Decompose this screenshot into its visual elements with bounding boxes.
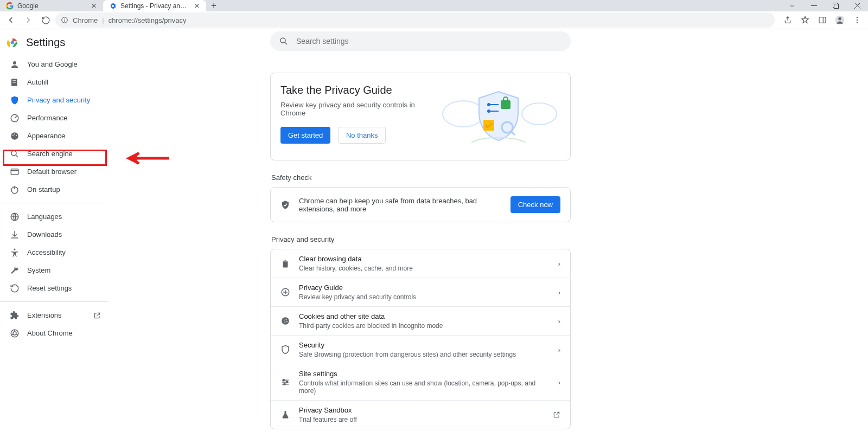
minimize-window-button[interactable] xyxy=(803,0,825,11)
sidebar-item-languages[interactable]: Languages xyxy=(0,208,108,226)
sidebar-item-default-browser[interactable]: Default browser xyxy=(0,163,108,181)
accessibility-icon xyxy=(10,248,20,257)
chevron-right-icon: › xyxy=(558,378,560,387)
browser-tab-google[interactable]: Google ✕ xyxy=(0,0,103,11)
settings-sidebar: You and Google Autofill Privacy and secu… xyxy=(0,55,108,342)
sidebar-label: Appearance xyxy=(27,132,65,140)
settings-search-input[interactable] xyxy=(296,37,562,46)
promo-subtitle: Review key privacy and security controls… xyxy=(280,101,428,117)
chrome-menu-button[interactable] xyxy=(850,12,865,28)
row-title: Privacy Guide xyxy=(299,284,550,292)
svg-point-11 xyxy=(857,20,858,21)
svg-point-24 xyxy=(14,133,15,134)
speedometer-icon xyxy=(10,113,20,123)
divider xyxy=(0,203,108,203)
cookie-icon xyxy=(280,316,290,326)
download-icon xyxy=(10,230,20,240)
sidebar-label: Performance xyxy=(27,114,67,122)
svg-point-46 xyxy=(284,321,285,323)
row-privacy-guide[interactable]: Privacy GuideReview key privacy and secu… xyxy=(271,278,570,306)
sidebar-item-accessibility[interactable]: Accessibility xyxy=(0,243,108,261)
google-favicon-icon xyxy=(5,2,14,10)
palette-icon xyxy=(10,131,20,141)
open-external-icon xyxy=(93,312,101,319)
tab-search-button[interactable] xyxy=(781,0,803,11)
row-cookies[interactable]: Cookies and other site dataThird-party c… xyxy=(271,306,570,335)
svg-point-30 xyxy=(14,248,16,250)
shield-icon xyxy=(10,95,20,105)
chrome-outline-icon xyxy=(10,328,20,338)
sidebar-label: Reset settings xyxy=(27,284,72,292)
sidebar-item-autofill[interactable]: Autofill xyxy=(0,73,108,91)
svg-point-16 xyxy=(11,41,14,44)
safety-check-section-title: Safety check xyxy=(271,173,571,182)
person-icon xyxy=(10,60,20,69)
sidebar-item-about-chrome[interactable]: About Chrome xyxy=(0,324,108,342)
get-started-button[interactable]: Get started xyxy=(280,127,330,144)
address-bar[interactable]: Chrome | chrome://settings/privacy xyxy=(55,12,775,28)
svg-point-5 xyxy=(64,18,65,19)
svg-point-48 xyxy=(283,379,285,381)
svg-point-17 xyxy=(13,61,16,65)
svg-rect-40 xyxy=(483,120,494,131)
privacy-section-title: Privacy and security xyxy=(271,235,571,243)
wrench-icon xyxy=(10,266,20,275)
site-chip: Chrome xyxy=(73,16,98,24)
sidebar-item-downloads[interactable]: Downloads xyxy=(0,226,108,243)
svg-point-43 xyxy=(282,317,289,325)
sidebar-label: Privacy and security xyxy=(27,96,90,104)
address-url: chrome://settings/privacy xyxy=(108,16,187,24)
back-button[interactable] xyxy=(3,12,18,28)
share-button[interactable] xyxy=(780,12,795,28)
sidebar-item-performance[interactable]: Performance xyxy=(0,109,108,127)
new-tab-button[interactable]: ＋ xyxy=(206,0,221,11)
row-clear-browsing-data[interactable]: Clear browsing dataClear history, cookie… xyxy=(271,249,570,278)
row-privacy-sandbox[interactable]: Privacy SandboxTrial features are off xyxy=(271,400,570,429)
sidebar-item-reset-settings[interactable]: Reset settings xyxy=(0,279,108,297)
safety-check-text: Chrome can help keep you safe from data … xyxy=(299,197,502,213)
row-subtitle: Safe Browsing (protection from dangerous… xyxy=(299,351,550,358)
svg-point-49 xyxy=(286,382,288,383)
check-now-button[interactable]: Check now xyxy=(510,196,560,213)
close-tab-icon[interactable]: ✕ xyxy=(90,2,98,10)
row-security[interactable]: SecuritySafe Browsing (protection from d… xyxy=(271,335,570,364)
row-title: Site settings xyxy=(299,370,550,378)
extensions-icon xyxy=(10,311,20,320)
sidebar-item-on-startup[interactable]: On startup xyxy=(0,181,108,198)
sliders-icon xyxy=(280,377,290,387)
sidebar-item-privacy-security[interactable]: Privacy and security xyxy=(0,91,108,109)
sidebar-item-search-engine[interactable]: Search engine xyxy=(0,145,108,163)
sidebar-label: Default browser xyxy=(27,168,76,176)
settings-search[interactable] xyxy=(270,31,571,51)
sidebar-item-you-and-google[interactable]: You and Google xyxy=(0,55,108,73)
no-thanks-button[interactable]: No thanks xyxy=(338,127,386,144)
sidebar-item-system[interactable]: System xyxy=(0,261,108,279)
svg-point-26 xyxy=(11,151,16,156)
row-subtitle: Controls what information sites can use … xyxy=(299,379,550,395)
sidebar-label: Search engine xyxy=(27,150,73,158)
svg-point-47 xyxy=(286,321,288,323)
close-tab-icon[interactable]: ✕ xyxy=(193,2,201,10)
svg-point-35 xyxy=(522,103,557,125)
row-site-settings[interactable]: Site settingsControls what information s… xyxy=(271,364,570,400)
chevron-right-icon: › xyxy=(558,317,560,325)
reload-button[interactable] xyxy=(38,12,53,28)
row-title: Clear browsing data xyxy=(299,255,550,263)
close-window-button[interactable] xyxy=(846,0,868,11)
forward-button[interactable] xyxy=(21,12,36,28)
tab-title: Settings - Privacy and security xyxy=(120,2,189,10)
sidebar-label: You and Google xyxy=(27,60,78,68)
side-panel-button[interactable] xyxy=(815,12,830,28)
site-info-icon[interactable] xyxy=(61,16,68,24)
maximize-window-button[interactable] xyxy=(825,0,846,11)
bookmark-button[interactable] xyxy=(797,12,813,28)
reset-icon xyxy=(10,284,20,293)
chevron-right-icon: › xyxy=(558,260,560,268)
browser-tab-settings[interactable]: Settings - Privacy and security ✕ xyxy=(103,0,206,11)
row-subtitle: Trial features are off xyxy=(299,416,544,423)
profile-button[interactable] xyxy=(832,12,847,28)
sidebar-item-appearance[interactable]: Appearance xyxy=(0,127,108,145)
svg-point-9 xyxy=(838,17,841,20)
sidebar-item-extensions[interactable]: Extensions xyxy=(0,306,108,324)
chrome-logo-icon xyxy=(7,36,18,48)
